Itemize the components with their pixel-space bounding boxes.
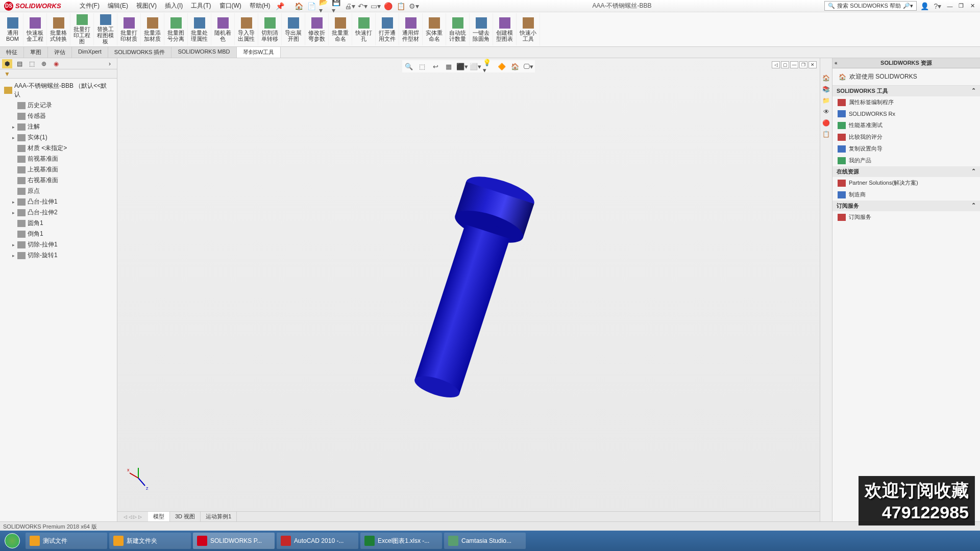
resource-item[interactable]: 属性标签编制程序: [832, 96, 980, 108]
close-button[interactable]: ✕: [968, 2, 977, 10]
ribbon-button[interactable]: 批量打 印材质: [117, 13, 141, 45]
tree-item[interactable]: 原点: [2, 186, 115, 196]
menu-item[interactable]: 插入(I): [161, 0, 187, 12]
ribbon-button[interactable]: 批量图 号分离: [164, 13, 188, 45]
open-icon[interactable]: 📂▾: [319, 2, 330, 11]
select-icon[interactable]: ▭▾: [370, 2, 381, 11]
help-search[interactable]: 🔍 搜索 SOLIDWORKS 帮助 🔎▾: [824, 1, 917, 11]
welcome-row[interactable]: 🏠 欢迎使用 SOLIDWORKS: [832, 68, 980, 86]
tree-root[interactable]: AAA-不锈钢螺丝-BBB （默认<<默认: [2, 81, 115, 100]
command-tab[interactable]: SOLIDWORKS MBD: [172, 47, 236, 58]
view-orient-icon[interactable]: ⬛▾: [456, 61, 468, 71]
taskbar-item[interactable]: 新建文件夹: [109, 533, 191, 549]
taskbar-item[interactable]: Camtasia Studio...: [444, 533, 526, 549]
ribbon-button[interactable]: 快速小 工具: [517, 13, 540, 45]
ribbon-button[interactable]: 导入导 出属性: [235, 13, 258, 45]
vp-back-button[interactable]: ◁: [772, 61, 780, 68]
command-tab[interactable]: 评估: [48, 47, 72, 58]
fm-tree-icon[interactable]: ⬢: [2, 59, 12, 68]
group-tools-header[interactable]: SOLIDWORKS 工具⌃: [832, 86, 980, 96]
expand-icon[interactable]: ▸: [12, 210, 17, 215]
collapse-icon[interactable]: «: [835, 60, 838, 66]
pin-icon[interactable]: 📌: [275, 2, 286, 11]
resource-item[interactable]: 制造商: [832, 189, 980, 201]
tree-item[interactable]: ▸凸台-拉伸1: [2, 196, 115, 207]
tree-item[interactable]: ▸实体(1): [2, 132, 115, 143]
tree-item[interactable]: 右视基准面: [2, 175, 115, 186]
group-online-header[interactable]: 在线资源⌃: [832, 166, 980, 177]
ribbon-button[interactable]: 通用 BOM: [2, 13, 23, 45]
command-tab[interactable]: 琴剑SW工具: [237, 47, 281, 58]
graphics-viewport[interactable]: 🔍 ⬚ ↩ ▦ ⬛▾ ⬜▾ 💡▾ 🔶 🏠 🖵▾ ◁ ▢ ― ❐ ✕: [117, 58, 820, 521]
expand-icon[interactable]: ▸: [12, 242, 17, 247]
ribbon-button[interactable]: 随机着 色: [211, 13, 235, 45]
fm-display-icon[interactable]: ◉: [51, 59, 61, 68]
expand-icon[interactable]: ▸: [12, 135, 17, 140]
scene-icon[interactable]: 🏠: [509, 61, 521, 71]
fm-dim-icon[interactable]: ⊕: [39, 59, 49, 68]
expand-icon[interactable]: ▸: [12, 124, 17, 130]
expand-icon[interactable]: ▸: [12, 199, 17, 205]
resource-item[interactable]: 订阅服务: [832, 211, 980, 223]
ribbon-button[interactable]: 切割清 单转移: [258, 13, 282, 45]
search-dropdown-icon[interactable]: 🔎▾: [903, 3, 913, 9]
tree-item[interactable]: ▸注解: [2, 121, 115, 132]
hide-show-icon[interactable]: 💡▾: [483, 61, 494, 71]
menu-item[interactable]: 编辑(E): [104, 0, 132, 12]
ribbon-button[interactable]: 导出展 开图: [282, 13, 305, 45]
ribbon-button[interactable]: 批量格 式转换: [47, 13, 70, 45]
resource-item[interactable]: 性能基准测试: [832, 119, 980, 131]
ribbon-button[interactable]: 自动统 计数量: [446, 13, 470, 45]
resource-item[interactable]: 比较我的评分: [832, 131, 980, 143]
minimize-button[interactable]: ―: [945, 2, 954, 10]
menu-item[interactable]: 视图(V): [132, 0, 161, 12]
section-icon[interactable]: ▦: [443, 61, 454, 71]
save-icon[interactable]: 💾▾: [332, 2, 343, 11]
view-tab[interactable]: 模型: [148, 512, 170, 521]
tree-item[interactable]: 材质 <未指定>: [2, 143, 115, 154]
command-tab[interactable]: 特征: [0, 47, 24, 58]
command-tab[interactable]: DimXpert: [72, 47, 108, 58]
ribbon-button[interactable]: 打开通 用文件: [376, 13, 399, 45]
ribbon-button[interactable]: 批量处 理属性: [188, 13, 211, 45]
appearance-icon[interactable]: 🔶: [496, 61, 507, 71]
tree-item[interactable]: 历史记录: [2, 100, 115, 111]
fm-expand-icon[interactable]: ›: [105, 59, 115, 68]
filter-icon[interactable]: ▼: [2, 69, 12, 79]
zoom-area-icon[interactable]: ⬚: [416, 61, 428, 71]
rebuild-icon[interactable]: 🔴: [383, 2, 394, 11]
ribbon-button[interactable]: 批量添 加材质: [141, 13, 164, 45]
settings-icon[interactable]: ⚙▾: [408, 2, 420, 11]
user-icon[interactable]: 👤: [919, 2, 930, 11]
resource-item[interactable]: SOLIDWORKS Rx: [832, 108, 980, 119]
orientation-triad[interactable]: x z: [126, 465, 151, 491]
vp-max-button[interactable]: ❐: [799, 61, 807, 68]
taskbar-item[interactable]: AutoCAD 2010 -...: [277, 533, 358, 549]
command-tab[interactable]: 草图: [24, 47, 48, 58]
rail-file-icon[interactable]: 📁: [822, 96, 831, 105]
tree-item[interactable]: ▸切除-旋转1: [2, 250, 115, 261]
view-tab[interactable]: 运动算例1: [201, 512, 237, 521]
menu-item[interactable]: 文件(F): [76, 0, 104, 12]
new-icon[interactable]: 📄: [306, 2, 317, 11]
help-icon[interactable]: ?▾: [932, 2, 943, 11]
vp-min-button[interactable]: ―: [790, 61, 798, 68]
rail-appear-icon[interactable]: 🔴: [822, 118, 831, 128]
command-tab[interactable]: SOLIDWORKS 插件: [108, 47, 172, 58]
ribbon-button[interactable]: 替换工 程图模 板: [94, 13, 117, 45]
tree-item[interactable]: 倒角1: [2, 229, 115, 239]
rail-prop-icon[interactable]: 📋: [822, 130, 831, 139]
tree-item[interactable]: 传感器: [2, 111, 115, 121]
view-tab[interactable]: 3D 视图: [170, 512, 201, 521]
ribbon-button[interactable]: 实体重 命名: [423, 13, 446, 45]
rail-view-icon[interactable]: 👁: [822, 107, 831, 116]
rail-lib-icon[interactable]: 📚: [822, 85, 831, 94]
ribbon-button[interactable]: 批量重 命名: [329, 13, 352, 45]
zoom-fit-icon[interactable]: 🔍: [403, 61, 414, 71]
undo-icon[interactable]: ↶▾: [357, 2, 369, 11]
fm-config-icon[interactable]: ⬚: [27, 59, 37, 68]
tree-item[interactable]: ▸切除-拉伸1: [2, 239, 115, 250]
resource-item[interactable]: 复制设置向导: [832, 143, 980, 155]
ribbon-button[interactable]: 通用焊 件型材: [399, 13, 423, 45]
vp-window-button[interactable]: ▢: [781, 61, 789, 68]
